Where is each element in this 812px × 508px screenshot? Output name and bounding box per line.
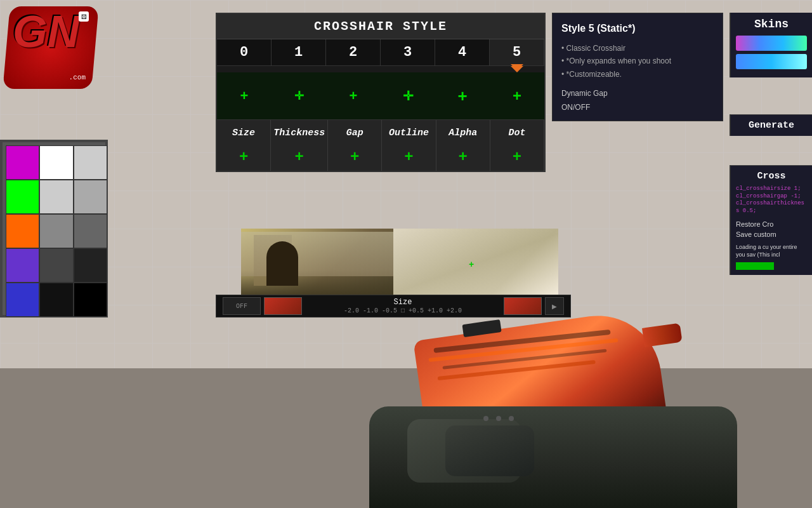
crosshair-info-panel: Cross cl_crosshairsize 1; cl_crosshairga… [730,165,812,275]
crosshair-preview-4: + [435,80,490,112]
attr-outline[interactable]: Outline + [382,120,436,171]
crosshair-icon-3: ✛ [403,90,414,102]
loading-text: Loading a cu your entire you sav (This i… [736,243,807,259]
attr-gap-label: Gap [331,128,379,138]
dynamic-gap-label: Dynamic Gap [561,87,714,101]
active-style-indicator [511,66,523,72]
crosshair-preview-3: ✛ [381,80,435,112]
color-swatch-5[interactable] [74,180,107,214]
crosshair-preview-2: + [326,80,381,112]
attr-thickness-plus[interactable]: + [273,149,325,166]
style-4[interactable]: 4 [435,39,490,65]
attr-thickness[interactable]: Thickness + [271,120,328,171]
skins-panel: Skins [730,13,812,77]
attr-alpha-plus[interactable]: + [439,149,487,166]
game-viewport: + [241,229,558,298]
attr-gap[interactable]: Gap + [328,120,382,171]
color-swatch-0[interactable] [6,145,39,180]
color-swatch-14[interactable] [74,283,107,317]
skin-color-bar-1[interactable] [736,36,807,51]
crosshair-info-title: Cross [736,171,807,182]
style-info-details: Classic Crosshair *Only expands when you… [561,42,714,81]
color-swatch-3[interactable] [6,180,39,214]
crosshair-preview-0: + [217,80,272,112]
attr-gap-plus[interactable]: + [331,149,379,166]
style-info-bullet-1: *Only expands when you shoot [561,55,714,67]
crosshair-icon-4: + [457,88,467,104]
save-label[interactable]: Save custom [736,231,807,238]
crosshair-icon-0: + [240,89,249,103]
style-info-title: Style 5 (Static*) [561,20,714,38]
style-info-bullet-0: Classic Crosshair [561,42,714,55]
crosshair-preview-1: ✛ [272,80,326,112]
attr-alpha[interactable]: Alpha + [436,120,490,171]
attr-size-plus[interactable]: + [219,149,268,166]
restore-label[interactable]: Restore Cro [736,220,807,228]
color-swatch-12[interactable] [6,283,39,317]
viewport-left [241,229,393,298]
style-2[interactable]: 2 [326,39,381,65]
color-swatch-9[interactable] [6,248,39,283]
crosshair-icon-2: + [350,89,358,103]
attr-size[interactable]: Size + [217,120,271,171]
skin-thumb-left [264,297,302,315]
viewport-right: + [393,229,558,298]
panel-title: Crosshair Style [314,19,447,34]
skin-color-bar-2[interactable] [736,54,807,69]
generate-title: Generate [736,120,807,131]
crosshair-preview-row: + ✛ + ✛ + + [217,72,544,120]
attr-alpha-label: Alpha [439,128,487,138]
crosshair-code: cl_crosshairsize 1; cl_crosshairgap -1; … [736,185,807,215]
color-swatch-13[interactable] [39,283,73,317]
off-button[interactable]: OFF [223,297,261,315]
style-numbers-row: 0 1 2 3 4 5 [217,39,544,66]
color-swatch-8[interactable] [74,214,107,248]
crosshair-style-panel: Crosshair Style 0 1 2 3 4 5 + ✛ + ✛ + [216,13,546,172]
color-swatch-10[interactable] [39,248,73,283]
color-swatch-panel [0,140,108,318]
style-info-bullet-2: *Customizeable. [561,68,714,81]
attr-dot[interactable]: Dot + [490,120,544,171]
color-swatch-7[interactable] [39,214,73,248]
style-0[interactable]: 0 [217,39,272,65]
color-swatch-11[interactable] [74,248,107,283]
style-5[interactable]: 5 [490,39,544,65]
crosshair-icon-1: ✛ [294,90,304,102]
style-3[interactable]: 3 [381,39,435,65]
attr-dot-plus[interactable]: + [493,149,541,166]
color-swatch-1[interactable] [39,145,73,180]
color-swatch-4[interactable] [39,180,73,214]
panel-title-bar: Crosshair Style [217,14,544,39]
crosshair-icon-5: + [513,88,521,104]
skins-title: Skins [736,18,807,30]
style-1[interactable]: 1 [272,39,326,65]
color-swatch-6[interactable] [6,214,39,248]
logo-dot-com: .com [69,74,86,81]
logo-text: GN [13,10,79,54]
color-swatch-2[interactable] [74,145,107,180]
on-off-label: ON/OFF [561,101,714,115]
attr-size-label: Size [219,128,268,138]
attributes-row: Size + Thickness + Gap + Outline + Alpha… [217,120,544,171]
hand-glove [369,406,737,508]
weapon-hand-area [369,305,737,508]
progress-bar-green [736,262,774,270]
dynamic-gap-info: Dynamic Gap ON/OFF [561,87,714,114]
attr-outline-plus[interactable]: + [384,149,433,166]
crosshair-preview-5: + [490,80,544,112]
attr-thickness-label: Thickness [273,128,325,138]
logo-area: GN ⚄ .com [3,3,98,92]
attr-dot-label: Dot [493,128,541,138]
attr-outline-label: Outline [384,128,433,138]
generate-panel: Generate [730,114,812,136]
style-info-panel: Style 5 (Static*) Classic Crosshair *Onl… [552,13,723,121]
